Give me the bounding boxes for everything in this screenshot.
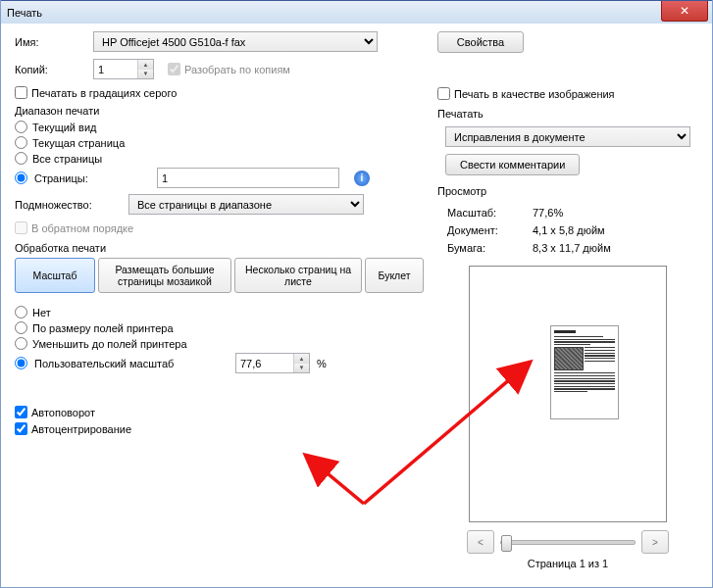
chevron-down-icon[interactable]: ▼	[138, 70, 153, 79]
tab-tile[interactable]: Размещать большие страницы мозаикой	[98, 258, 231, 293]
doc-label: Документ:	[447, 222, 531, 238]
chevron-up-icon[interactable]: ▲	[138, 60, 153, 70]
chevron-down-icon[interactable]: ▼	[294, 364, 309, 373]
radio-current-view[interactable]: Текущий вид	[15, 121, 424, 133]
copies-label: Копий:	[15, 64, 93, 75]
reverse-checkbox: В обратном порядке	[15, 221, 424, 234]
subset-label: Подмножество:	[15, 199, 128, 211]
tab-scale[interactable]: Масштаб	[15, 258, 95, 293]
as-image-checkbox[interactable]: Печать в качестве изображения	[437, 87, 698, 100]
zoom-label: Масштаб:	[447, 205, 531, 220]
tab-booklet[interactable]: Буклет	[365, 258, 424, 293]
radio-pages[interactable]	[15, 172, 27, 184]
handling-group-label: Обработка печати	[15, 242, 424, 254]
print-content-select[interactable]: Исправления в документе	[445, 126, 690, 147]
print-section-label: Печатать	[437, 108, 698, 120]
pages-input[interactable]	[157, 168, 339, 188]
flatten-button[interactable]: Свести комментарии	[445, 154, 580, 175]
grayscale-checkbox[interactable]: Печатать в градациях серого	[15, 86, 424, 99]
zoom-value: 77,6%	[533, 205, 611, 220]
document-thumbnail	[550, 325, 619, 419]
preview-info: Масштаб:77,6% Документ:4,1 x 5,8 дюйм Бу…	[445, 203, 613, 258]
radio-current-page[interactable]: Текущая страница	[15, 136, 424, 149]
preview-group-label: Просмотр	[437, 185, 698, 197]
radio-shrink[interactable]: Уменьшить до полей принтера	[15, 337, 424, 350]
printer-select[interactable]: HP Officejet 4500 G510a-f fax	[93, 31, 378, 52]
paper-value: 8,3 x 11,7 дюйм	[533, 240, 611, 256]
chevron-up-icon[interactable]: ▲	[294, 354, 309, 364]
radio-fit[interactable]: По размеру полей принтера	[15, 321, 424, 334]
paper-label: Бумага:	[447, 240, 531, 256]
collate-checkbox: Разобрать по копиям	[168, 63, 290, 75]
custom-scale-spinner[interactable]: ▲▼	[235, 353, 310, 373]
custom-scale-input[interactable]	[236, 354, 293, 372]
next-page-button[interactable]: >	[641, 530, 669, 554]
pages-label: Страницы:	[34, 172, 150, 184]
name-label: Имя:	[15, 36, 93, 48]
copies-spinner[interactable]: ▲▼	[93, 59, 154, 79]
page-preview	[469, 266, 667, 522]
subset-select[interactable]: Все страницы в диапазоне	[128, 194, 364, 215]
info-icon[interactable]: i	[354, 171, 370, 186]
copies-input[interactable]	[94, 60, 137, 78]
range-group-label: Диапазон печати	[15, 105, 424, 117]
prev-page-button[interactable]: <	[467, 530, 494, 554]
radio-none[interactable]: Нет	[15, 306, 424, 318]
slider-thumb[interactable]	[501, 535, 512, 552]
doc-value: 4,1 x 5,8 дюйм	[533, 222, 611, 238]
autocenter-checkbox[interactable]: Автоцентрирование	[15, 422, 424, 435]
radio-custom[interactable]	[15, 357, 27, 369]
autorotate-checkbox[interactable]: Автоповорот	[15, 406, 424, 418]
page-counter: Страница 1 из 1	[437, 558, 698, 569]
titlebar: Печать ✕	[1, 0, 712, 24]
custom-scale-label: Пользовательский масштаб	[34, 358, 229, 369]
properties-button[interactable]: Свойства	[437, 31, 524, 53]
page-slider[interactable]	[500, 540, 636, 545]
percent-label: %	[317, 358, 327, 369]
tab-multi[interactable]: Несколько страниц на листе	[234, 258, 362, 293]
close-button[interactable]: ✕	[661, 1, 708, 22]
window-title: Печать	[7, 7, 42, 19]
close-icon: ✕	[680, 4, 689, 18]
handling-tabs: Масштаб Размещать большие страницы мозаи…	[15, 258, 424, 293]
radio-all-pages[interactable]: Все страницы	[15, 152, 424, 165]
